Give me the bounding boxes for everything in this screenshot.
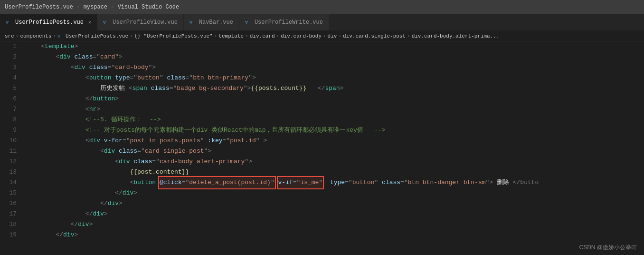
code-line-3: <div class="card-body"> xyxy=(26,62,644,73)
vue-icon-4: ▽ xyxy=(245,20,251,25)
code-line-11: <div class="card single-post"> xyxy=(26,146,644,157)
ln-14: 14 xyxy=(0,177,17,188)
code-line-2: <div class="card"> xyxy=(26,52,644,62)
code-line-10: <div v-for="post in posts.posts" :key="p… xyxy=(26,136,644,146)
bc-divsinglepost: div.card.single-post xyxy=(343,33,406,39)
tab-bar: ▽ UserProfilePosts.vue ✕ ▽ UserProfileVi… xyxy=(0,14,644,31)
bc-template: template xyxy=(218,33,244,39)
bc-sep1: › xyxy=(16,33,19,39)
tab-userprofilewrite[interactable]: ▽ UserProfileWrite.vue xyxy=(239,14,329,30)
code-line-16: </div> xyxy=(26,198,644,209)
breadcrumb: src › components › ▽ UserProfilePosts.vu… xyxy=(0,31,644,41)
ln-9: 9 xyxy=(0,125,17,136)
code-line-17: </div> xyxy=(26,209,644,219)
bc-sep4: › xyxy=(214,33,218,39)
code-area[interactable]: <template> <div class="card"> <div class… xyxy=(21,41,644,255)
bc-sep6: › xyxy=(276,33,280,39)
bc-sep2: › xyxy=(53,33,56,39)
bc-sep8: › xyxy=(338,33,341,39)
code-line-13: {{post.content}} xyxy=(26,167,644,177)
bc-divcard: div.card xyxy=(250,33,275,39)
code-line-15: </div> xyxy=(26,188,644,198)
tab-close-1[interactable]: ✕ xyxy=(88,20,91,25)
tab-label-2: UserProfileView.vue xyxy=(113,19,178,26)
code-line-7: <hr> xyxy=(26,104,644,115)
ln-13: 13 xyxy=(0,167,17,177)
ln-5: 5 xyxy=(0,83,17,94)
ln-6: 6 xyxy=(0,94,17,104)
ln-16: 16 xyxy=(0,198,17,209)
code-line-14: <button @click="delete_a_post(post.id)" … xyxy=(26,177,644,188)
ln-19: 19 xyxy=(0,230,17,240)
ln-15: 15 xyxy=(0,188,17,198)
code-line-1: <template> xyxy=(26,41,644,52)
vue-icon-3: ▽ xyxy=(189,20,195,25)
code-line-18: </div> xyxy=(26,219,644,230)
code-line-4: <button type="button" class="btn btn-pri… xyxy=(26,73,644,83)
bc-alertprimary: div.card-body.alert-prima... xyxy=(412,33,500,39)
ln-11: 11 xyxy=(0,146,17,157)
bc-sep9: › xyxy=(407,33,410,39)
tab-userprofileview[interactable]: ▽ UserProfileView.vue xyxy=(97,14,184,30)
ln-7: 7 xyxy=(0,104,17,115)
ln-18: 18 xyxy=(0,219,17,230)
ln-3: 3 xyxy=(0,62,17,73)
code-line-5: 历史发帖 <span class="badge bg-secondary">{{… xyxy=(26,83,644,94)
ln-12: 12 xyxy=(0,157,17,167)
ln-17: 17 xyxy=(0,209,17,219)
tab-navbar[interactable]: ▽ NavBar.vue xyxy=(184,14,239,30)
tab-label-1: UserProfilePosts.vue xyxy=(15,19,84,26)
line-numbers: 1 2 3 4 5 6 7 8 9 10 11 12 13 14 15 16 1… xyxy=(0,41,21,255)
bc-divcardbody: div.card-body xyxy=(281,33,322,39)
bc-file[interactable]: UserProfilePosts.vue xyxy=(66,33,128,39)
tab-label-3: NavBar.vue xyxy=(199,19,233,26)
bc-components[interactable]: components xyxy=(20,33,51,39)
ln-8: 8 xyxy=(0,115,17,125)
title-bar: UserProfilePosts.vue - myspace - Visual … xyxy=(0,0,644,14)
vue-icon-1: ▽ xyxy=(6,20,11,25)
title-text: UserProfilePosts.vue - myspace - Visual … xyxy=(5,4,179,10)
bc-sep7: › xyxy=(323,33,326,39)
tab-label-4: UserProfileWrite.vue xyxy=(255,19,323,26)
vue-icon-2: ▽ xyxy=(103,20,109,25)
bc-div: div xyxy=(328,33,337,39)
tab-userprofileposts[interactable]: ▽ UserProfilePosts.vue ✕ xyxy=(0,14,97,30)
ln-4: 4 xyxy=(0,73,17,83)
code-line-12: <div class="card-body alert-primary"> xyxy=(26,157,644,167)
bc-sep5: › xyxy=(245,33,248,39)
code-line-9: <!-- 对于posts的每个元素都构建一个div 类似React中的map，且… xyxy=(26,125,644,136)
watermark: CSDN @傲娇小公举吖 xyxy=(579,242,637,253)
bc-vue-icon: ▽ xyxy=(57,33,63,39)
bc-obj: {} "UserProfilePosts.vue" xyxy=(134,33,213,39)
ln-2: 2 xyxy=(0,52,17,62)
bc-src[interactable]: src xyxy=(5,33,14,39)
ln-10: 10 xyxy=(0,136,17,146)
editor: 1 2 3 4 5 6 7 8 9 10 11 12 13 14 15 16 1… xyxy=(0,41,644,255)
code-line-8: <!--5. 循环操作： --> xyxy=(26,115,644,125)
code-line-19: </div> xyxy=(26,230,644,240)
ln-1: 1 xyxy=(0,41,17,52)
code-line-6: </button> xyxy=(26,94,644,104)
bc-sep3: › xyxy=(130,33,133,39)
